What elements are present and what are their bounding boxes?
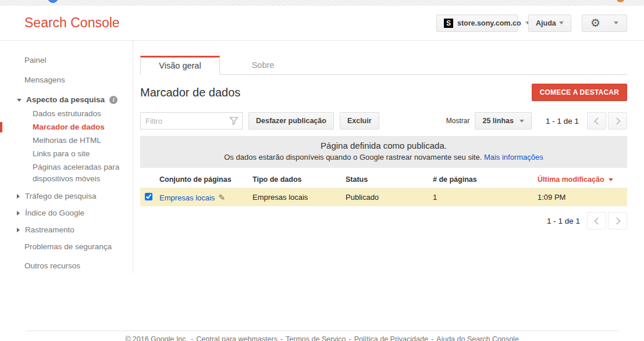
sidebar-item-links-para-o-site[interactable]: Links para o site [0,148,125,160]
status-cell: Publicado [346,193,433,202]
settings-dropdown[interactable]: ⚙ [582,15,627,32]
chevron-right-icon [613,217,621,225]
sidebar-group-label: Tráfego de pesquisa [25,191,97,202]
header-controls: S store.sony.com.co Ajuda ⚙ [436,15,627,32]
info-icon[interactable]: i [109,96,118,104]
site-selector-dropdown[interactable]: S store.sony.com.co [436,15,518,32]
body-wrap: Painel Mensagens Aspecto da pesquisa i D… [0,41,644,273]
pagination-range: 1 - 1 de 1 [546,117,579,125]
row-checkbox[interactable] [145,193,152,200]
sort-desc-icon [609,178,613,181]
site-favicon-icon: S [444,19,453,28]
help-dropdown[interactable]: Ajuda [528,15,571,32]
gear-icon: ⚙ [590,17,600,28]
app-title: Search Console [24,15,120,31]
page-set-link[interactable]: Empresas locais [159,193,215,202]
sidebar-group-label: Aspecto da pesquisa [26,94,105,106]
sidebar-group-label: Índice do Google [25,207,84,219]
pagination-range: 1 - 1 de 1 [547,217,580,225]
footer-link-privacy[interactable]: Política de Privacidade [354,335,428,341]
column-header-data-type[interactable]: Tipo de dados [252,175,346,184]
filter-wrap [140,112,243,130]
sidebar-group-rastreamento[interactable]: Rastreamento [0,224,133,236]
tab-visao-geral[interactable]: Visão geral [140,56,220,75]
sidebar-item-dados-estruturados[interactable]: Dados estruturados [0,108,125,120]
tab-sobre[interactable]: Sobre [220,56,306,74]
data-type-cell: Empresas locais [252,193,346,202]
banner-title: Página definida como publicada. [146,141,621,150]
more-info-link[interactable]: Mais informações [484,153,543,161]
banner-text: Os dados estarão disponíveis quando o Go… [224,153,482,161]
column-header-page-set[interactable]: Conjunto de páginas [159,175,252,184]
tab-bar: Visão geral Sobre [140,56,627,75]
edit-pencil-icon[interactable]: ✎ [218,193,225,202]
page-title: Marcador de dados [140,86,240,99]
triangle-right-icon [17,194,20,199]
delete-button[interactable]: Excluir [340,112,379,130]
show-label: Mostrar [446,117,470,125]
sidebar-item-outros-recursos[interactable]: Outros recursos [0,260,133,272]
column-header-label: Última modificação [538,175,604,184]
page-footer: © 2016 Google Inc.-Central para webmaste… [26,331,618,341]
column-header-last-modified[interactable]: Última modificação [538,175,627,184]
sidebar-group-trafego-de-pesquisa[interactable]: Tráfego de pesquisa [0,191,133,202]
sidebar-item-painel[interactable]: Painel [0,55,133,66]
table-header-row: Conjunto de páginas Tipo de dados Status… [140,171,627,188]
toolbar-right: Mostrar 25 linhas 1 - 1 de 1 [446,112,627,130]
orange-circle-icon [617,0,624,2]
sidebar-group-label: Rastreamento [25,224,74,236]
pages-count-cell: 1 [433,193,538,202]
footer-link-help[interactable]: Ajuda do Search Console [436,335,519,341]
copyright-text: © 2016 Google Inc. [125,335,188,341]
chevron-down-icon [520,120,524,123]
chevron-left-icon [594,117,602,125]
rows-per-page-value: 25 linhas [482,117,514,125]
column-header-pages[interactable]: # de páginas [433,175,538,184]
chevron-down-icon [559,21,564,24]
bottom-pagination: 1 - 1 de 1 [140,212,627,229]
page-set-cell: Empresas locais✎ [159,193,252,202]
column-header-status[interactable]: Status [346,175,433,184]
next-page-button[interactable] [608,212,627,229]
sidebar-item-melhorias-de-html[interactable]: Melhorias de HTML [0,135,125,146]
app-header: Search Console S store.sony.com.co Ajuda… [0,6,644,41]
table-toolbar: Desfazer publicação Excluir Mostrar 25 l… [140,112,627,130]
triangle-down-icon [17,99,22,102]
table-row: Empresas locais✎ Empresas locais Publica… [140,188,627,206]
main-content: Visão geral Sobre Marcador de dados COME… [133,41,644,229]
footer-link-terms[interactable]: Termos de Serviço [286,335,346,341]
sidebar-item-problemas-de-seguranca[interactable]: Problemas de segurança [0,241,133,253]
search-console-page: Search Console S store.sony.com.co Ajuda… [0,0,644,341]
prev-page-button[interactable] [587,112,606,130]
sidebar-group-aspecto-da-pesquisa[interactable]: Aspecto da pesquisa i [0,94,133,106]
triangle-right-icon [17,211,20,216]
chevron-left-icon [594,217,602,225]
blue-circle-icon [48,0,58,3]
unpublish-button[interactable]: Desfazer publicação [248,112,334,130]
browser-chrome-strip [0,0,644,6]
sidebar-nav: Painel Mensagens Aspecto da pesquisa i D… [0,41,133,273]
published-banner: Página definida como publicada. Os dados… [140,136,627,168]
last-modified-cell: 1:09 PM [538,193,627,202]
site-selector-label: store.sony.com.co [457,19,521,27]
title-row: Marcador de dados COMECE A DESTACAR [140,84,627,101]
filter-input[interactable] [140,112,243,130]
triangle-right-icon [17,228,20,232]
start-highlighting-button[interactable]: COMECE A DESTACAR [532,84,627,101]
chevron-down-icon [614,21,618,24]
sidebar-group-indice-do-google[interactable]: Índice do Google [0,207,133,219]
chevron-right-icon [613,117,621,125]
help-label: Ajuda [536,19,556,27]
sidebar-item-mensagens[interactable]: Mensagens [0,74,133,86]
footer-link-webmasters[interactable]: Central para webmasters [196,335,277,341]
row-checkbox-cell [140,193,159,202]
sidebar-item-paginas-aceleradas[interactable]: Páginas aceleradas para dispositivos móv… [0,161,125,185]
rows-per-page-dropdown[interactable]: 25 linhas [475,112,532,130]
prev-page-button[interactable] [587,212,606,229]
banner-body: Os dados estarão disponíveis quando o Go… [146,153,621,161]
funnel-icon [229,116,239,128]
next-page-button[interactable] [608,112,627,130]
sidebar-item-marcador-de-dados[interactable]: Marcador de dados [0,121,125,133]
